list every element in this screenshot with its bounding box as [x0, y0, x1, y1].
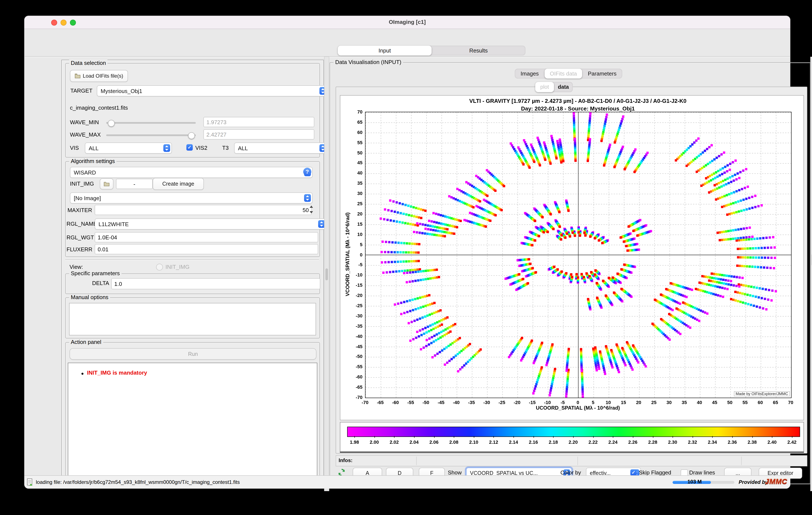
y-tick-label: -5 [358, 262, 362, 267]
help-icon[interactable]: ? [303, 168, 311, 176]
colorbar-tick-label: 2.36 [728, 439, 737, 444]
colorbar-tick-label: 2.04 [409, 439, 418, 444]
left-panel: Data selection Load OIFits file(s) TARGE… [61, 60, 324, 488]
action-panel-title: Action panel [69, 339, 103, 345]
specific-parameters-title: Specific parameters [69, 270, 121, 276]
run-button[interactable]: Run [69, 348, 316, 360]
colorbar-tick-mark [593, 436, 593, 438]
wave-min-label: WAVE_MIN [70, 119, 99, 126]
wave-min-field[interactable]: 1.97273 [203, 117, 314, 127]
colorbar-tick-mark [374, 436, 375, 438]
x-tick-label: 0 [577, 400, 579, 405]
tab-data[interactable]: data [554, 82, 573, 92]
colorbar-tick-mark [772, 436, 773, 438]
wave-max-field[interactable]: 2.42727 [203, 129, 314, 139]
maxiter-value: 50 [302, 207, 309, 213]
target-label: TARGET [70, 87, 92, 94]
fluxerr-field[interactable]: 0.01 [95, 244, 318, 254]
algorithm-value: WISARD [74, 169, 96, 175]
plot-title: VLTI - GRAVITY [1.9727 µm - 2.4273 µm] -… [469, 98, 687, 104]
x-tick-label: -55 [407, 400, 414, 405]
colorbar-tick-label: 2.32 [688, 439, 697, 444]
vis-select[interactable]: ALL [85, 142, 172, 154]
algorithm-select[interactable]: WISARD [70, 167, 313, 178]
wave-min-slider-thumb[interactable] [108, 120, 115, 127]
colorbar-tick-mark [514, 436, 514, 438]
colorbar-tick-label: 2.14 [509, 439, 518, 444]
colorbar-tick-label: 2.02 [389, 439, 399, 444]
maxiter-spinner[interactable] [310, 205, 314, 214]
folder-icon [75, 73, 81, 79]
tab-input[interactable]: Input [338, 46, 432, 55]
y-tick-label: 5 [360, 242, 362, 247]
x-tick-label: -10 [544, 400, 551, 405]
target-select[interactable]: Mysterious_Obj1 [97, 85, 328, 97]
y-tick-label: -30 [356, 313, 362, 318]
x-tick-label: -5 [560, 400, 565, 405]
draw-lines-label: Draw lines [689, 469, 715, 476]
skip-flagged-checkbox[interactable]: ✓ [630, 469, 637, 476]
title-bar[interactable]: OImaging [c1] [24, 16, 790, 29]
vis-label: VIS [70, 145, 79, 151]
x-tick-label: 55 [743, 400, 748, 405]
maxiter-label: MAXITER [66, 207, 92, 213]
spinner-down-icon[interactable] [310, 211, 313, 213]
wave-max-slider[interactable] [106, 134, 196, 136]
split-divider[interactable] [324, 57, 329, 491]
tab-parameters[interactable]: Parameters [582, 69, 622, 79]
init-img-label: INIT_IMG [70, 181, 94, 187]
x-tick-label: -60 [392, 400, 399, 405]
maxiter-field[interactable]: 50 [95, 205, 312, 215]
plot-subtitle: Day: 2022-01-18 - Source: Mysterious_Obj… [521, 105, 635, 112]
tab-oifits-data[interactable]: OIFits data [545, 69, 582, 79]
x-tick-label: 60 [758, 400, 763, 405]
create-image-button[interactable]: Create image [153, 178, 204, 190]
rgl-name-select[interactable]: L1L2WHITE [95, 218, 327, 229]
refresh-icon[interactable] [338, 468, 345, 476]
rgl-wgt-field[interactable]: 1.0E-04 [95, 232, 318, 242]
uv-plot-canvas[interactable] [366, 112, 791, 398]
load-oifits-button[interactable]: Load OIFits file(s) [70, 70, 128, 82]
colorbar-gradient [347, 427, 800, 437]
init-img-radio[interactable] [156, 264, 163, 271]
tab-images[interactable]: Images [515, 69, 545, 79]
colorbar-tick-mark [434, 436, 434, 438]
init-img-folder-button[interactable] [100, 178, 113, 189]
x-tick-label: 35 [682, 400, 687, 405]
plot-data-tab-bar: plot data [535, 82, 573, 92]
x-tick-label: 15 [621, 400, 626, 405]
vis2-checkbox[interactable]: ✓ [186, 144, 193, 151]
colorbar-tick-label: 2.38 [748, 439, 757, 444]
spinner-up-icon[interactable] [310, 206, 313, 208]
wave-max-label: WAVE_MAX [70, 131, 101, 138]
tab-plot[interactable]: plot [535, 82, 554, 92]
y-tick-label: 55 [357, 140, 363, 145]
init-image-select[interactable]: [No Image] [70, 192, 313, 204]
y-tick-label: 25 [357, 201, 363, 206]
init-img-field[interactable]: - [116, 179, 153, 189]
split-divider-handle[interactable] [325, 268, 328, 280]
x-tick-label: -35 [468, 400, 475, 405]
plot-watermark: Made by OIFitsExplorer/JMMC [734, 391, 790, 397]
algorithm-settings-group: Algorithm settings WISARD ? INIT_IMG - C… [65, 161, 320, 257]
vis-value: ALL [89, 145, 98, 151]
y-tick-label: 0 [360, 252, 362, 257]
y-tick-label: 65 [357, 119, 363, 125]
t3-label: T3 [222, 145, 229, 151]
data-selection-title: Data selection [69, 60, 108, 66]
x-tick-label: 20 [636, 400, 641, 405]
wave-max-value: 2.42727 [206, 131, 227, 138]
tab-results[interactable]: Results [432, 46, 525, 55]
wave-min-slider[interactable] [106, 122, 196, 124]
delta-field[interactable]: 1.0 [111, 278, 320, 289]
t3-select[interactable]: ALL [234, 142, 328, 154]
wave-max-slider-thumb[interactable] [188, 132, 195, 139]
colorbar-tick-label: 2.20 [569, 439, 578, 444]
fluxerr-value: 0.01 [98, 246, 109, 252]
progress-label: 103 M [688, 479, 702, 485]
colorbar-tick-mark [792, 436, 792, 438]
color-by-label: Color by [560, 469, 581, 476]
y-tick-label: 30 [357, 191, 363, 196]
delta-value: 1.0 [114, 280, 122, 287]
manual-options-textarea[interactable] [69, 303, 316, 335]
